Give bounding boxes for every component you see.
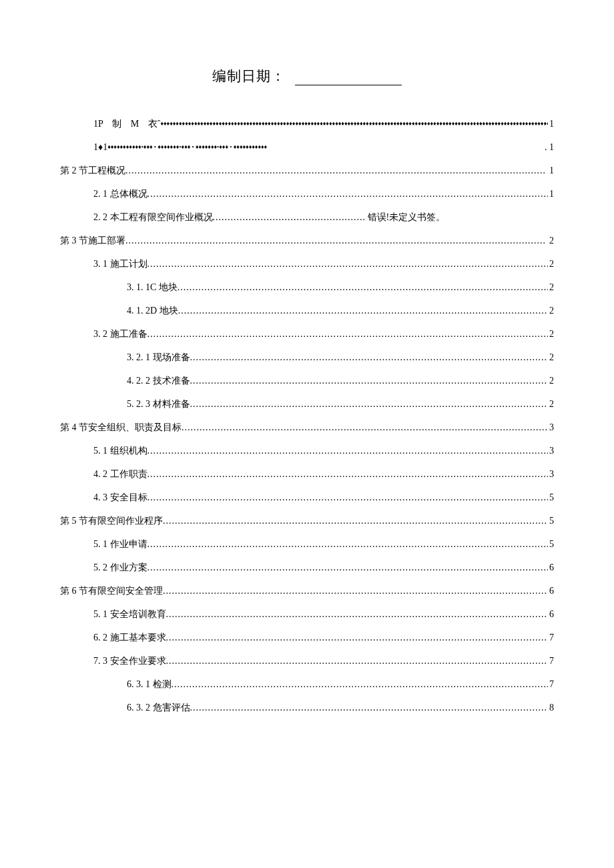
document-header: 编制日期：	[60, 67, 554, 85]
toc-page-number: 6	[548, 602, 554, 626]
toc-row: 6. 2 施工基本要求.............................…	[60, 626, 554, 649]
toc-page-number: 3	[548, 416, 554, 439]
toc-row: 1♦1♦♦♦♦♦♦♦♦♦♦♦•♦♦♦ • ♦♦♦♦♦♦♦•♦♦♦ • ♦♦♦♦♦…	[60, 135, 554, 159]
toc-row: 5. 2 作业方案...............................…	[60, 556, 554, 579]
toc-row: 第 2 节工程概况...............................…	[60, 159, 554, 182]
toc-page-number: 7	[548, 649, 554, 673]
toc-entry-text: 3. 2. 1 现场准备	[127, 346, 190, 369]
toc-page-number: 错误!未定义书签。	[366, 205, 446, 229]
toc-entry-text: 5. 2 作业方案	[93, 556, 147, 579]
table-of-contents: 1P 制 M 衣ˆ♦♦♦♦♦♦♦♦♦♦♦♦♦♦♦♦♦♦♦♦♦♦♦♦♦♦♦♦♦♦♦…	[60, 112, 554, 719]
toc-row: 1P 制 M 衣ˆ♦♦♦♦♦♦♦♦♦♦♦♦♦♦♦♦♦♦♦♦♦♦♦♦♦♦♦♦♦♦♦…	[60, 112, 554, 135]
toc-page-number: 2	[548, 392, 554, 416]
toc-leader: ........................................…	[190, 696, 549, 719]
toc-entry-text: 5. 2. 3 材料准备	[127, 392, 190, 416]
toc-leader: ........................................…	[166, 602, 549, 626]
toc-page-number: 5	[548, 509, 554, 532]
toc-page-number: 2	[548, 252, 554, 276]
toc-page-number: 8	[548, 696, 554, 719]
toc-row: 3. 1 施工计划...............................…	[60, 252, 554, 276]
toc-entry-text: 7. 3 安全作业要求	[93, 649, 166, 673]
toc-page-number: 5	[548, 486, 554, 509]
toc-leader: ........................................…	[163, 509, 548, 532]
toc-entry-text: 第 6 节有限空间安全管理	[60, 579, 163, 602]
toc-row: 第 5 节有限空间作业程序...........................…	[60, 509, 554, 532]
toc-leader: ........................................…	[147, 462, 549, 486]
toc-leader: ........................................…	[147, 556, 549, 579]
toc-leader: ........................................…	[125, 229, 548, 252]
toc-leader: ♦♦♦♦♦♦♦♦♦♦♦•♦♦♦ • ♦♦♦♦♦♦♦•♦♦♦ • ♦♦♦♦♦♦♦•…	[107, 144, 543, 150]
date-underline	[295, 85, 402, 85]
toc-leader: ........................................…	[147, 322, 549, 346]
toc-page-number: 7	[548, 673, 554, 696]
toc-leader: ........................................…	[163, 579, 548, 602]
toc-entry-text: 3. 1. 1C 地块	[127, 276, 178, 299]
toc-entry-text: 4. 2. 2 技术准备	[127, 369, 190, 392]
toc-entry-text: 5. 1 安全培训教育	[93, 602, 166, 626]
toc-row: 6. 3. 2 危害评估............................…	[60, 696, 554, 719]
toc-leader: ........................................…	[147, 532, 549, 556]
toc-row: 6. 3. 1 检测..............................…	[60, 673, 554, 696]
toc-leader: ........................................…	[147, 486, 549, 509]
toc-page-number: 2	[548, 276, 554, 299]
toc-entry-text: 4. 3 安全目标	[93, 486, 147, 509]
toc-entry-text: 3. 2 施工准备	[93, 322, 147, 346]
toc-page-number: 6	[548, 579, 554, 602]
toc-leader: ........................................…	[172, 673, 549, 696]
toc-leader: ........................................…	[182, 416, 548, 439]
toc-entry-text: 1♦1	[93, 135, 107, 159]
toc-page-number: 2	[548, 322, 554, 346]
toc-row: 2. 2 本工程有限空间作业概况........................…	[60, 205, 554, 229]
toc-entry-text: 2. 2 本工程有限空间作业概况	[93, 205, 213, 229]
toc-entry-text: 1P 制 M 衣ˆ	[93, 112, 160, 135]
toc-page-number: 2	[548, 346, 554, 369]
toc-row: 4. 1. 2D 地块.............................…	[60, 299, 554, 322]
toc-entry-text: 4. 2 工作职责	[93, 462, 147, 486]
toc-leader: ♦♦♦♦♦♦♦♦♦♦♦♦♦♦♦♦♦♦♦♦♦♦♦♦♦♦♦♦♦♦♦♦♦♦♦♦♦♦♦♦…	[160, 121, 548, 127]
toc-leader: ........................................…	[190, 346, 549, 369]
toc-page-number: 2	[548, 229, 554, 252]
toc-page-number: . 1	[543, 135, 554, 159]
toc-page-number: 3	[548, 462, 554, 486]
toc-leader: ........................................…	[147, 252, 549, 276]
toc-row: 5. 1 组织机构...............................…	[60, 439, 554, 462]
toc-entry-text: 第 3 节施工部署	[60, 229, 125, 252]
toc-entry-text: 5. 1 组织机构	[93, 439, 147, 462]
toc-leader: ........................................…	[125, 159, 548, 182]
toc-page-number: 2	[548, 299, 554, 322]
toc-leader: ........................................…	[213, 205, 366, 229]
toc-row: 3. 2 施工准备...............................…	[60, 322, 554, 346]
toc-row: 第 6 节有限空间安全管理...........................…	[60, 579, 554, 602]
toc-page-number: 2	[548, 369, 554, 392]
toc-entry-text: 第 2 节工程概况	[60, 159, 125, 182]
toc-page-number: 1	[548, 112, 554, 135]
toc-row: 第 4 节安全组织、职责及目标.........................…	[60, 416, 554, 439]
toc-leader: ........................................…	[166, 649, 549, 673]
toc-page-number: 1	[548, 182, 554, 205]
toc-page-number: 3	[548, 439, 554, 462]
toc-row: 3. 1. 1C 地块.............................…	[60, 276, 554, 299]
toc-leader: ........................................…	[178, 276, 548, 299]
toc-page-number: 7	[548, 626, 554, 649]
toc-entry-text: 5. 1 作业申请	[93, 532, 147, 556]
toc-row: 4. 2 工作职责...............................…	[60, 462, 554, 486]
toc-entry-text: 4. 1. 2D 地块	[127, 299, 178, 322]
toc-entry-text: 6. 3. 2 危害评估	[127, 696, 190, 719]
toc-row: 4. 3 安全目标...............................…	[60, 486, 554, 509]
toc-row: 3. 2. 1 现场准备............................…	[60, 346, 554, 369]
toc-entry-text: 6. 2 施工基本要求	[93, 626, 166, 649]
toc-leader: ........................................…	[190, 369, 549, 392]
toc-entry-text: 3. 1 施工计划	[93, 252, 147, 276]
toc-row: 第 3 节施工部署...............................…	[60, 229, 554, 252]
toc-page-number: 1	[548, 159, 554, 182]
toc-row: 5. 2. 3 材料准备............................…	[60, 392, 554, 416]
toc-row: 5. 1 作业申请...............................…	[60, 532, 554, 556]
toc-entry-text: 第 5 节有限空间作业程序	[60, 509, 163, 532]
toc-row: 4. 2. 2 技术准备............................…	[60, 369, 554, 392]
toc-leader: ........................................…	[178, 299, 548, 322]
toc-leader: ........................................…	[147, 439, 549, 462]
toc-page-number: 5	[548, 532, 554, 556]
toc-row: 7. 3 安全作业要求.............................…	[60, 649, 554, 673]
toc-entry-text: 2. 1 总体概况	[93, 182, 147, 205]
toc-row: 5. 1 安全培训教育.............................…	[60, 602, 554, 626]
